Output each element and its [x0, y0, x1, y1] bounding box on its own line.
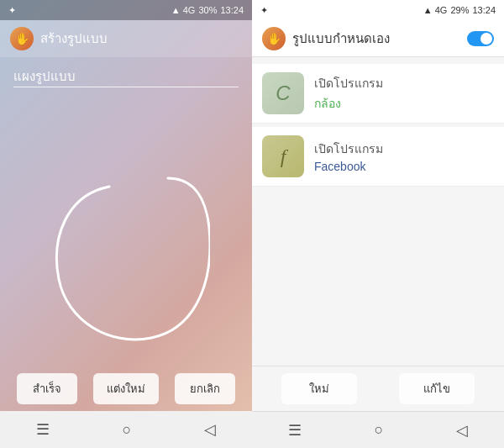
gesture-item-facebook[interactable]: f เปิดโปรแกรม Facebook: [252, 127, 504, 187]
right-status-icons: ▲ 4G 29% 13:24: [423, 5, 496, 15]
edit-button[interactable]: แก้ไข: [399, 373, 475, 404]
left-signal: ▲ 4G: [171, 5, 196, 15]
right-home-icon[interactable]: ○: [361, 418, 397, 442]
redesign-button[interactable]: แต่งใหม่: [93, 373, 159, 404]
right-back-icon[interactable]: ◁: [443, 418, 481, 443]
gesture-info-camera: เปิดโปรแกรม กล้อง: [314, 74, 494, 113]
left-panel: ✦ ▲ 4G 30% 13:24 ✋ สร้างรูปแบบ สำเร็จ แต…: [0, 0, 252, 448]
right-battery: 29%: [450, 5, 469, 15]
new-button[interactable]: ใหม่: [281, 373, 357, 404]
left-home-icon[interactable]: ○: [109, 418, 145, 442]
gesture-list: C เปิดโปรแกรม กล้อง f เปิดโปรแกรม Facebo…: [252, 57, 504, 366]
right-bottom-bar: ใหม่ แก้ไข: [252, 366, 504, 411]
gesture-target-facebook: Facebook: [314, 160, 494, 173]
right-header-title-group: ✋ รูปแบบกำหนดเอง: [262, 27, 390, 50]
right-time: 13:24: [472, 5, 496, 15]
right-header-title: รูปแบบกำหนดเอง: [292, 29, 390, 49]
left-app-icon: ✋: [10, 27, 34, 50]
gesture-svg: [42, 145, 210, 346]
cancel-button[interactable]: ยกเลิก: [175, 373, 235, 404]
right-header: ✋ รูปแบบกำหนดเอง: [252, 20, 504, 57]
gesture-item-camera[interactable]: C เปิดโปรแกรม กล้อง: [252, 64, 504, 124]
panel-name-bar: [0, 57, 252, 96]
left-menu-icon[interactable]: ☰: [23, 417, 63, 442]
left-status-icons: ▲ 4G 30% 13:24: [171, 5, 244, 15]
left-bottom-bar: สำเร็จ แต่งใหม่ ยกเลิก: [0, 366, 252, 411]
gesture-action-facebook: เปิดโปรแกรม: [314, 140, 494, 158]
gesture-target-camera: กล้อง: [314, 94, 494, 113]
right-panel: ✦ ▲ 4G 29% 13:24 ✋ รูปแบบกำหนดเอง C เปิด…: [252, 0, 504, 448]
toggle-button[interactable]: [467, 31, 494, 46]
left-header: ✋ สร้างรูปแบบ: [0, 20, 252, 57]
right-menu-icon[interactable]: ☰: [275, 418, 315, 443]
gesture-info-facebook: เปิดโปรแกรม Facebook: [314, 140, 494, 173]
gesture-area[interactable]: [0, 92, 252, 398]
gesture-thumb-c: C: [262, 72, 304, 114]
right-nav-bar: ☰ ○ ◁: [252, 411, 504, 448]
gesture-thumb-f: f: [262, 135, 304, 177]
left-back-icon[interactable]: ◁: [191, 417, 229, 442]
success-button[interactable]: สำเร็จ: [17, 373, 77, 404]
left-battery: 30%: [198, 5, 217, 15]
panel-name-input[interactable]: [13, 66, 239, 87]
left-nav-bar: ☰ ○ ◁: [0, 411, 252, 448]
left-header-title: สร้างรูปแบบ: [40, 29, 108, 49]
right-app-icon: ✋: [262, 27, 286, 50]
left-status-bar: ✦ ▲ 4G 30% 13:24: [0, 0, 252, 20]
left-bluetooth-icon: ✦: [8, 5, 16, 16]
right-status-bar: ✦ ▲ 4G 29% 13:24: [252, 0, 504, 20]
gesture-action-camera: เปิดโปรแกรม: [314, 74, 494, 92]
right-signal: ▲ 4G: [423, 5, 448, 15]
left-time: 13:24: [220, 5, 244, 15]
right-bluetooth-icon: ✦: [260, 5, 268, 16]
